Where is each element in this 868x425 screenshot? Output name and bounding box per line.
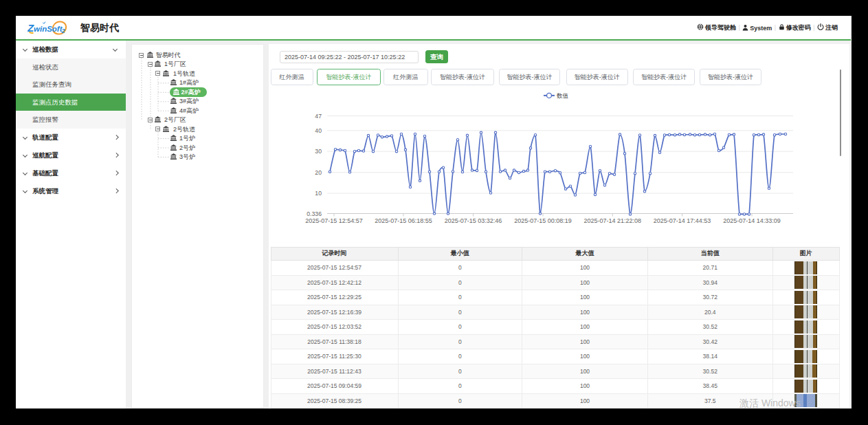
svg-text:0.336: 0.336: [307, 210, 322, 217]
svg-text:10: 10: [315, 190, 322, 197]
svg-text:2025-07-15 12:54:57: 2025-07-15 12:54:57: [305, 217, 363, 224]
svg-text:40: 40: [315, 127, 322, 133]
svg-text:2: 2: [61, 28, 65, 34]
svg-text:2025-07-14 17:44:53: 2025-07-14 17:44:53: [654, 217, 711, 224]
svg-text:2025-07-14 21:22:08: 2025-07-14 21:22:08: [584, 217, 642, 224]
svg-text:20: 20: [315, 168, 322, 175]
svg-text:2025-07-15 06:18:55: 2025-07-15 06:18:55: [375, 217, 432, 224]
svg-text:数值: 数值: [557, 92, 569, 99]
svg-text:winSoft: winSoft: [34, 25, 63, 33]
svg-text:2025-07-15 00:08:19: 2025-07-15 00:08:19: [514, 217, 572, 224]
svg-text:2025-07-15 03:32:46: 2025-07-15 03:32:46: [445, 217, 502, 224]
svg-text:30: 30: [315, 148, 322, 155]
svg-text:2025-07-14 14:33:09: 2025-07-14 14:33:09: [723, 217, 781, 224]
svg-text:47: 47: [315, 112, 322, 119]
